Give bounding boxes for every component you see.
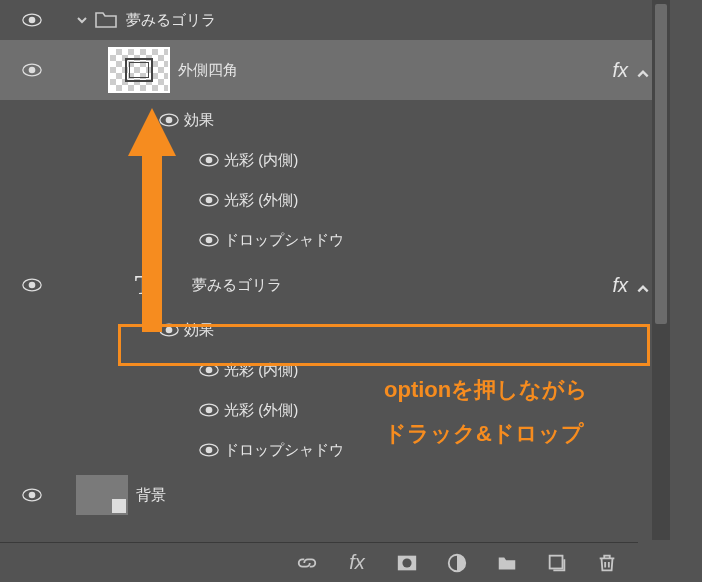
effect-label: 光彩 (内側) bbox=[224, 361, 670, 380]
effect-row[interactable]: 光彩 (外側) bbox=[0, 180, 670, 220]
layer-row-shape[interactable]: 外側四角 fx bbox=[0, 40, 670, 100]
text-layer-icon: T bbox=[128, 269, 160, 301]
effects-header-label: 効果 bbox=[184, 111, 670, 130]
effect-row[interactable]: 光彩 (外側) bbox=[0, 390, 670, 430]
chevron-up-icon[interactable] bbox=[636, 278, 650, 292]
chevron-down-icon[interactable] bbox=[74, 14, 90, 26]
eye-icon[interactable] bbox=[199, 153, 219, 167]
layer-group-row[interactable]: 夢みるゴリラ bbox=[0, 0, 670, 40]
new-folder-icon[interactable] bbox=[496, 552, 518, 574]
effect-label: 光彩 (外側) bbox=[224, 191, 670, 210]
adjustment-icon[interactable] bbox=[446, 552, 468, 574]
chevron-up-icon[interactable] bbox=[636, 63, 650, 77]
eye-icon[interactable] bbox=[199, 193, 219, 207]
layer-row-text[interactable]: T 夢みるゴリラ fx bbox=[0, 260, 670, 310]
link-icon[interactable] bbox=[296, 552, 318, 574]
eye-icon[interactable] bbox=[199, 233, 219, 247]
svg-point-17 bbox=[206, 367, 213, 374]
svg-point-5 bbox=[166, 117, 173, 124]
effect-row[interactable]: 光彩 (内側) bbox=[0, 140, 670, 180]
svg-point-15 bbox=[166, 327, 173, 334]
eye-icon[interactable] bbox=[159, 113, 179, 127]
svg-point-1 bbox=[29, 17, 36, 24]
eye-icon[interactable] bbox=[199, 403, 219, 417]
svg-point-19 bbox=[206, 407, 213, 414]
svg-point-23 bbox=[29, 492, 36, 499]
folder-icon bbox=[94, 10, 118, 30]
effect-label: ドロップシャドウ bbox=[224, 441, 670, 460]
eye-icon[interactable] bbox=[22, 488, 42, 502]
effect-label: ドロップシャドウ bbox=[224, 231, 670, 250]
eye-icon[interactable] bbox=[159, 323, 179, 337]
new-layer-icon[interactable] bbox=[546, 552, 568, 574]
svg-point-25 bbox=[402, 558, 411, 567]
layer-thumbnail[interactable] bbox=[76, 475, 128, 515]
effects-header-row[interactable]: 効果 bbox=[0, 100, 670, 140]
layer-row-background[interactable]: 背景 bbox=[0, 470, 670, 520]
effect-label: 光彩 (外側) bbox=[224, 401, 670, 420]
trash-icon[interactable] bbox=[596, 552, 618, 574]
svg-point-9 bbox=[206, 197, 213, 204]
effect-row[interactable]: ドロップシャドウ bbox=[0, 220, 670, 260]
panel-footer: fx bbox=[0, 542, 638, 582]
layer-name[interactable]: 夢みるゴリラ bbox=[192, 276, 670, 295]
eye-icon[interactable] bbox=[22, 278, 42, 292]
eye-icon[interactable] bbox=[22, 63, 42, 77]
fx-badge: fx bbox=[612, 59, 628, 82]
mask-icon[interactable] bbox=[396, 552, 418, 574]
eye-icon[interactable] bbox=[199, 363, 219, 377]
fx-badge: fx bbox=[612, 274, 628, 297]
layer-name[interactable]: 外側四角 bbox=[178, 61, 670, 80]
svg-point-13 bbox=[29, 282, 36, 289]
fx-button[interactable]: fx bbox=[346, 552, 368, 574]
scrollbar[interactable] bbox=[652, 0, 670, 540]
svg-rect-27 bbox=[550, 555, 563, 568]
svg-point-21 bbox=[206, 447, 213, 454]
layer-thumbnail[interactable] bbox=[108, 47, 170, 93]
svg-point-3 bbox=[29, 67, 36, 74]
effect-row[interactable]: 光彩 (内側) bbox=[0, 350, 670, 390]
effect-row[interactable]: ドロップシャドウ bbox=[0, 430, 670, 470]
eye-icon[interactable] bbox=[199, 443, 219, 457]
group-name[interactable]: 夢みるゴリラ bbox=[126, 11, 670, 30]
effects-header-label: 効果 bbox=[184, 321, 670, 340]
svg-point-11 bbox=[206, 237, 213, 244]
layer-name[interactable]: 背景 bbox=[136, 486, 670, 505]
effect-label: 光彩 (内側) bbox=[224, 151, 670, 170]
scrollbar-thumb[interactable] bbox=[655, 4, 667, 324]
svg-point-7 bbox=[206, 157, 213, 164]
eye-icon[interactable] bbox=[22, 13, 42, 27]
effects-header-row[interactable]: 効果 bbox=[0, 310, 670, 350]
